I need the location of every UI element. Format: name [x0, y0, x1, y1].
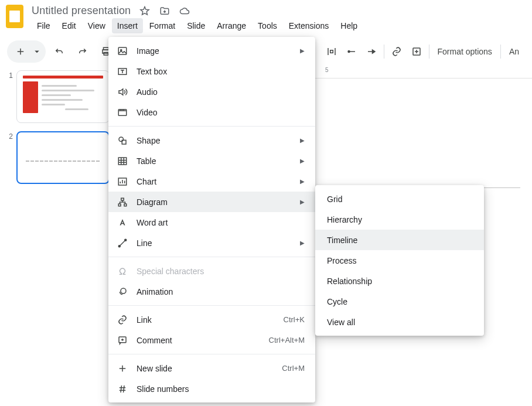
menu-format[interactable]: Format	[144, 18, 180, 33]
slide-thumbnail-1[interactable]	[16, 70, 110, 123]
line-icon	[117, 237, 128, 249]
document-header: Untitled presentation File Edit View Ins…	[0, 0, 532, 33]
slide-panel: 1 2	[0, 64, 114, 406]
diagram-view-all[interactable]: View all	[315, 312, 484, 332]
menu-help[interactable]: Help	[335, 18, 363, 33]
omega-icon	[117, 265, 128, 277]
video-icon	[117, 107, 128, 118]
star-icon[interactable]	[139, 5, 151, 17]
diagram-hierarchy[interactable]: Hierarchy	[315, 209, 484, 230]
move-folder-icon[interactable]	[159, 5, 170, 17]
submenu-arrow-icon: ▶	[300, 137, 305, 144]
new-slide-dropdown[interactable]	[32, 43, 42, 60]
insert-audio[interactable]: Audio	[108, 81, 315, 102]
menu-arrange[interactable]: Arrange	[212, 18, 251, 33]
comment-icon	[117, 335, 128, 346]
diagram-relationship[interactable]: Relationship	[315, 271, 484, 291]
svg-rect-14	[118, 204, 121, 206]
insert-animation[interactable]: Animation	[108, 281, 315, 302]
submenu-arrow-icon: ▶	[300, 47, 305, 54]
document-title[interactable]: Untitled presentation	[32, 5, 131, 17]
audio-icon	[117, 86, 128, 98]
svg-point-3	[348, 51, 350, 53]
new-slide-button[interactable]	[11, 43, 30, 60]
chart-icon	[117, 176, 128, 187]
link-icon	[117, 314, 128, 326]
insert-menu-dropdown: Image ▶ Text box Audio Video Shape ▶ Tab…	[108, 37, 315, 402]
format-options-button[interactable]: Format options	[432, 43, 498, 60]
svg-rect-13	[121, 198, 124, 200]
menu-view[interactable]: View	[83, 18, 111, 33]
submenu-arrow-icon: ▶	[300, 199, 305, 205]
submenu-arrow-icon: ▶	[300, 240, 305, 246]
image-icon	[117, 45, 128, 57]
insert-diagram[interactable]: Diagram ▶	[108, 192, 315, 212]
menu-insert[interactable]: Insert	[112, 18, 143, 33]
svg-point-17	[125, 239, 127, 241]
menu-file[interactable]: File	[32, 18, 56, 33]
plus-icon	[117, 363, 128, 374]
insert-new-slide[interactable]: New slide Ctrl+M	[108, 358, 315, 378]
insert-video[interactable]: Video	[108, 102, 315, 122]
undo-button[interactable]	[49, 43, 69, 60]
submenu-arrow-icon: ▶	[300, 178, 305, 185]
menu-edit[interactable]: Edit	[57, 18, 81, 33]
diagram-grid[interactable]: Grid	[315, 189, 484, 209]
svg-rect-5	[118, 47, 127, 54]
menu-extensions[interactable]: Extensions	[284, 18, 334, 33]
insert-special-characters: Special characters	[108, 261, 315, 281]
shape-icon	[117, 135, 128, 146]
diagram-submenu: Grid Hierarchy Timeline Process Relation…	[315, 185, 484, 336]
line-end-icon[interactable]	[362, 43, 381, 60]
submenu-arrow-icon: ▶	[300, 158, 305, 164]
slide-thumbnail-2[interactable]	[16, 131, 110, 184]
insert-table[interactable]: Table ▶	[108, 151, 315, 171]
insert-chart[interactable]: Chart ▶	[108, 171, 315, 192]
shortcut-label: Ctrl+K	[284, 315, 305, 324]
textbox-icon	[117, 66, 128, 77]
animation-icon	[117, 286, 128, 298]
diagram-process[interactable]: Process	[315, 250, 484, 271]
svg-point-16	[118, 245, 120, 247]
insert-text-box[interactable]: Text box	[108, 61, 315, 81]
insert-link-button[interactable]	[387, 43, 407, 60]
menu-tools[interactable]: Tools	[253, 18, 282, 33]
insert-comment-button[interactable]	[407, 43, 427, 60]
insert-comment[interactable]: Comment Ctrl+Alt+M	[108, 330, 315, 350]
slide-number: 2	[5, 131, 13, 184]
insert-link[interactable]: Link Ctrl+K	[108, 309, 315, 330]
insert-word-art[interactable]: Word art	[108, 212, 315, 233]
slide-number: 1	[5, 70, 13, 123]
diagram-cycle[interactable]: Cycle	[315, 291, 484, 312]
shortcut-label: Ctrl+Alt+M	[269, 336, 305, 344]
menubar: File Edit View Insert Format Slide Arran…	[32, 18, 363, 33]
table-icon	[117, 155, 128, 167]
hash-icon	[117, 383, 128, 395]
menu-slide[interactable]: Slide	[182, 18, 210, 33]
diagram-icon	[117, 196, 128, 208]
insert-shape[interactable]: Shape ▶	[108, 130, 315, 151]
distribute-icon[interactable]	[322, 43, 342, 60]
diagram-timeline[interactable]: Timeline	[315, 230, 484, 250]
cloud-status-icon[interactable]	[179, 5, 190, 17]
line-start-icon[interactable]	[342, 43, 362, 60]
insert-image[interactable]: Image ▶	[108, 40, 315, 61]
redo-button[interactable]	[73, 43, 93, 60]
svg-point-9	[119, 137, 124, 142]
svg-rect-15	[124, 204, 127, 206]
shortcut-label: Ctrl+M	[282, 364, 305, 373]
insert-line[interactable]: Line ▶	[108, 233, 315, 253]
wordart-icon	[117, 217, 128, 228]
animate-button[interactable]: An	[503, 43, 525, 60]
app-logo	[6, 5, 23, 28]
svg-point-18	[121, 288, 126, 294]
svg-rect-11	[118, 158, 127, 165]
insert-slide-numbers[interactable]: Slide numbers	[108, 378, 315, 399]
